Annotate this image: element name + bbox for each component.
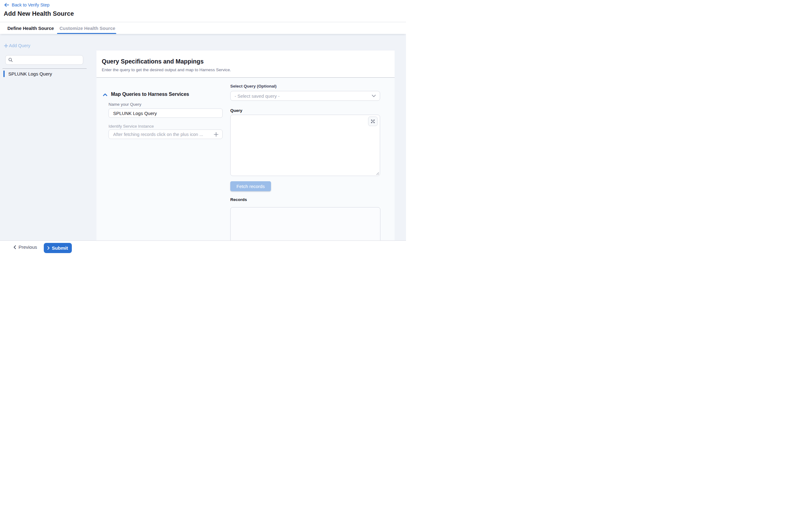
query-label: Query [230,108,242,113]
chevron-up-icon [103,93,107,96]
arrow-left-icon [4,3,9,7]
query-name-field [109,109,223,118]
chevron-down-icon [372,95,376,97]
identify-service-instance-label: Identify Service Instance [109,124,154,129]
page: Back to Verify Step Add New Health Sourc… [0,0,406,254]
map-queries-section-title: Map Queries to Harness Services [111,91,189,97]
page-title: Add New Health Source [4,10,74,17]
back-link[interactable]: Back to Verify Step [4,2,50,7]
search-icon [8,58,13,62]
query-specifications-panel: Query Specifications and Mappings Enter … [96,50,395,241]
sidebar-divider [2,69,87,69]
footer-bar: Previous Submit [0,241,406,254]
add-query-button[interactable]: Add Query [4,43,30,48]
panel-subtitle: Enter the query to get the desired outpu… [102,68,231,72]
tab-bar: Define Health Source Customize Health So… [0,22,406,34]
add-query-label: Add Query [9,43,30,48]
select-query-label: Select Query (Optional) [230,84,276,88]
previous-label: Previous [18,245,37,250]
query-item-label: SPLUNK Logs Query [8,71,52,77]
saved-query-select-value: - Select saved query - [234,93,372,99]
header: Back to Verify Step Add New Health Sourc… [0,0,406,22]
saved-query-select[interactable]: - Select saved query - [230,91,380,101]
service-instance-field [109,129,223,139]
panel-title: Query Specifications and Mappings [102,58,204,65]
previous-button[interactable]: Previous [12,243,38,252]
plus-icon [4,44,8,48]
selected-indicator [3,71,5,77]
plus-icon [214,132,219,137]
tab-define-health-source[interactable]: Define Health Source [7,22,54,34]
records-output [230,207,380,241]
chevron-right-icon [47,246,50,250]
search-input[interactable] [15,57,80,63]
collapse-section-button[interactable] [103,93,107,96]
submit-label: Submit [52,245,68,251]
chevron-left-icon [13,245,16,249]
back-label: Back to Verify Step [12,2,50,7]
name-your-query-label: Name your Query [109,102,141,107]
resize-handle[interactable] [376,171,379,175]
records-label: Records [230,197,247,202]
sidebar-item-splunk-logs-query[interactable]: SPLUNK Logs Query [3,71,84,77]
expand-icon [371,119,375,124]
add-service-instance-button[interactable] [213,131,219,137]
service-instance-input[interactable] [113,132,213,137]
expand-query-button[interactable] [368,117,378,126]
resize-grip-icon [376,171,379,175]
panel-header: Query Specifications and Mappings Enter … [96,50,395,78]
fetch-records-button[interactable]: Fetch records [230,181,271,191]
query-name-input[interactable] [113,110,219,116]
active-tab-underline [57,33,116,34]
query-textarea[interactable] [230,115,380,176]
submit-button[interactable]: Submit [44,243,72,253]
query-search [5,55,83,65]
tab-customize-health-source[interactable]: Customize Health Source [59,22,115,34]
